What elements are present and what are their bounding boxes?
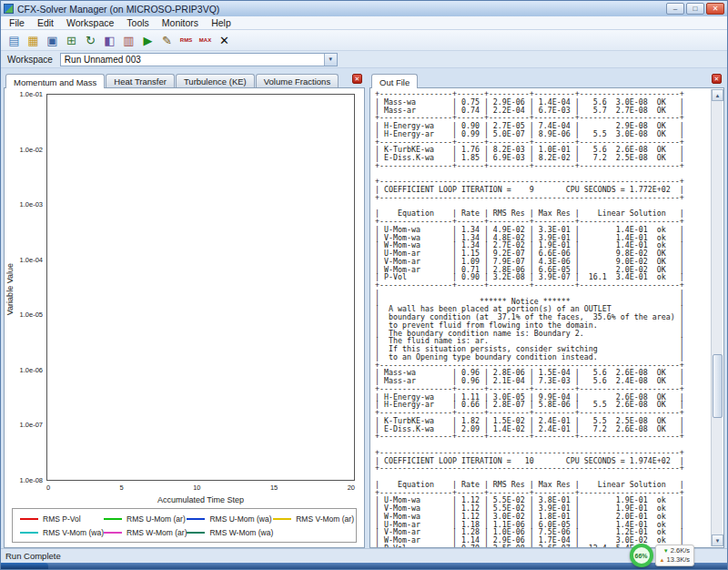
window-title: CFX-Solver Manager (on MICROSO-PRIP3VQ): [17, 4, 666, 15]
y-tick-label: 1.0e-02: [20, 146, 43, 154]
max-plot-icon[interactable]: MAX: [197, 32, 214, 49]
tab-volume-fractions[interactable]: Volume Fractions: [256, 74, 339, 87]
monitor-panel: Momentum and MassHeat TransferTurbulence…: [4, 72, 365, 548]
legend-label: RMS V-Mom (wa): [43, 528, 104, 537]
usage-gauge: 66%: [630, 544, 653, 567]
chart-legend: RMS P-Vol RMS U-Mom (ar) RMS U-Mom (wa): [12, 508, 357, 543]
cfx-solver-manager-window: CFX-Solver Manager (on MICROSO-PRIP3VQ) …: [0, 0, 728, 570]
download-arrow-icon: ▼: [663, 548, 669, 554]
y-tick-label: 1.0e-07: [20, 421, 43, 429]
taskbar-strip[interactable]: [1, 563, 727, 569]
status-bar: Run Complete: [1, 548, 727, 563]
toolbar: ▤▦▣⊞↻◧▥▶✎RMSMAX✕: [1, 30, 727, 51]
y-tick-label: 1.0e-08: [20, 476, 43, 484]
legend-color-swatch: [187, 532, 205, 534]
network-monitor-widget: 66% ▼ 2.6K/s ▲ 13.3K/s: [630, 544, 694, 567]
out-file-panel: Out File ✕ +----------------+------+----…: [369, 72, 724, 548]
legend-label: RMS W-Mom (ar): [126, 528, 187, 537]
stop-run-icon[interactable]: ✕: [216, 32, 233, 49]
menu-item[interactable]: Tools: [120, 17, 156, 28]
legend-item: RMS P-Vol: [20, 514, 104, 524]
save-file-icon[interactable]: ▣: [44, 32, 61, 49]
menu-bar: FileEditWorkspaceToolsMonitorsHelp: [1, 16, 727, 30]
upload-arrow-icon: ▲: [660, 557, 665, 563]
y-tick-label: 1.0e-05: [20, 310, 43, 319]
legend-color-swatch: [20, 518, 38, 520]
maximize-button[interactable]: □: [686, 3, 704, 15]
x-axis-ticks: 05101520: [46, 483, 355, 492]
rms-plot-icon[interactable]: RMS: [177, 32, 195, 49]
out-file-tab-bar: Out File ✕: [369, 72, 724, 87]
download-speed: 2.6K/s: [671, 546, 690, 555]
scroll-down-icon[interactable]: ▼: [712, 534, 723, 546]
minimize-button[interactable]: –: [666, 3, 684, 15]
x-tick-label: 0: [46, 483, 50, 492]
start-button[interactable]: [1, 563, 48, 569]
open-file-icon[interactable]: ▦: [25, 32, 42, 49]
legend-label: RMS U-Mom (ar): [126, 514, 186, 524]
tab-out-file[interactable]: Out File: [371, 74, 418, 88]
legend-label: RMS U-Mom (wa): [209, 514, 271, 524]
chevron-down-icon[interactable]: ▼: [324, 54, 337, 66]
start-run-icon[interactable]: ▶: [139, 32, 157, 49]
menu-item[interactable]: Edit: [31, 17, 60, 28]
monitor-tab-bar: Momentum and MassHeat TransferTurbulence…: [4, 72, 365, 87]
workspace-selected-value: Run Unnamed 003: [65, 55, 141, 65]
x-tick-label: 15: [270, 483, 278, 492]
menu-item[interactable]: Help: [205, 17, 238, 28]
legend-item: RMS U-Mom (ar): [104, 514, 187, 524]
new-monitor-icon[interactable]: ◧: [101, 32, 118, 49]
out-file-scrollbar[interactable]: ▲ ▼: [711, 89, 723, 546]
legend-label: RMS P-Vol: [43, 514, 81, 524]
tab-momentum-and-mass[interactable]: Momentum and Mass: [5, 74, 105, 88]
x-tick-label: 20: [348, 483, 355, 492]
x-axis-title: Accumulated Time Step: [46, 495, 355, 504]
edit-definition-icon[interactable]: ✎: [158, 32, 176, 49]
y-tick-label: 1.0e-04: [20, 256, 43, 264]
tab-turbulence-ke[interactable]: Turbulence (KE): [176, 74, 255, 87]
tab-heat-transfer[interactable]: Heat Transfer: [106, 74, 175, 87]
out-file-content: +----------------+------+---------+-----…: [369, 87, 724, 548]
status-text: Run Complete: [5, 551, 61, 561]
monitor-chart-area: Variable Value 1.0e-011.0e-021.0e-031.0e…: [4, 87, 365, 548]
plot-area: [46, 94, 355, 481]
tile-windows-icon[interactable]: ▥: [120, 32, 137, 49]
legend-item: RMS V-Mom (ar): [273, 514, 354, 524]
close-monitor-panel-icon[interactable]: ✕: [352, 74, 362, 84]
close-button[interactable]: ✕: [706, 3, 724, 15]
speed-readout: ▼ 2.6K/s ▲ 13.3K/s: [655, 545, 694, 566]
workspace-select[interactable]: Run Unnamed 003 ▼: [60, 53, 338, 66]
legend-color-swatch: [20, 532, 38, 534]
menu-item[interactable]: File: [3, 17, 31, 28]
legend-color-swatch: [104, 532, 122, 534]
y-tick-label: 1.0e-03: [20, 200, 43, 209]
legend-color-swatch: [187, 518, 205, 520]
menu-item[interactable]: Monitors: [156, 17, 205, 28]
legend-item: RMS U-Mom (wa): [187, 514, 273, 524]
legend-item: RMS W-Mom (ar): [104, 528, 187, 537]
scrollbar-thumb[interactable]: [713, 354, 723, 418]
y-axis-ticks: 1.0e-011.0e-021.0e-031.0e-041.0e-051.0e-…: [14, 90, 43, 484]
upload-speed: 13.3K/s: [667, 555, 690, 564]
legend-label: RMS W-Mom (wa): [209, 528, 273, 537]
x-tick-label: 5: [120, 483, 124, 492]
title-bar[interactable]: CFX-Solver Manager (on MICROSO-PRIP3VQ) …: [1, 1, 727, 16]
workspace-row: Workspace Run Unnamed 003 ▼: [1, 51, 727, 68]
legend-color-swatch: [104, 518, 122, 520]
menu-item[interactable]: Workspace: [60, 17, 120, 28]
workspace-label: Workspace: [7, 55, 53, 65]
restart-run-icon[interactable]: ↻: [82, 32, 99, 49]
app-icon: [4, 4, 14, 14]
y-tick-label: 1.0e-06: [20, 366, 43, 374]
x-tick-label: 10: [193, 483, 200, 492]
define-run-icon[interactable]: ⊞: [63, 32, 80, 49]
legend-label: RMS V-Mom (ar): [296, 514, 354, 524]
y-tick-label: 1.0e-01: [20, 90, 43, 98]
new-file-icon[interactable]: ▤: [5, 32, 23, 49]
out-file-text: +----------------+------+---------+-----…: [375, 90, 710, 547]
usage-percent: 66%: [635, 553, 648, 559]
close-out-file-panel-icon[interactable]: ✕: [712, 74, 722, 84]
scroll-up-icon[interactable]: ▲: [712, 89, 723, 101]
legend-item: RMS V-Mom (wa): [20, 528, 104, 537]
legend-item: RMS W-Mom (wa): [187, 528, 273, 537]
